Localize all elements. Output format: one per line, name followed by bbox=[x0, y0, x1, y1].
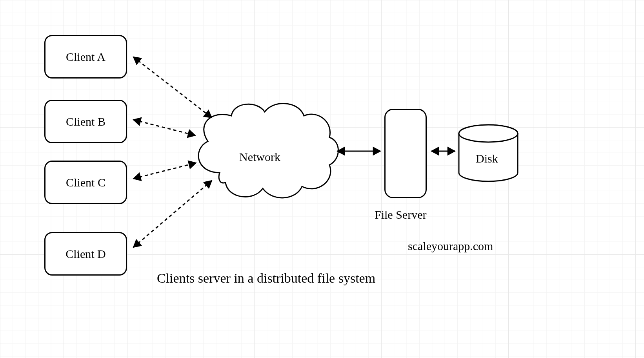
file-server-node bbox=[384, 109, 427, 198]
link-client-d-network bbox=[133, 181, 212, 247]
network-label: Network bbox=[239, 150, 280, 164]
client-c-label: Client C bbox=[66, 176, 106, 189]
file-server-label: File Server bbox=[375, 208, 426, 221]
client-d-node: Client D bbox=[44, 232, 127, 276]
watermark-text: scaleyourapp.com bbox=[408, 239, 493, 253]
client-a-node: Client A bbox=[44, 35, 127, 79]
link-client-b-network bbox=[133, 120, 195, 135]
client-b-node: Client B bbox=[44, 100, 127, 143]
link-client-a-network bbox=[133, 57, 212, 118]
diagram-caption: Clients server in a distributed file sys… bbox=[157, 271, 375, 286]
client-a-label: Client A bbox=[66, 50, 106, 64]
client-d-label: Client D bbox=[65, 247, 106, 261]
diagram-canvas: Client A Client B Client C Client D bbox=[0, 0, 644, 358]
client-b-label: Client B bbox=[66, 115, 106, 128]
svg-point-1 bbox=[459, 125, 518, 142]
svg-point-0 bbox=[459, 125, 518, 142]
client-c-node: Client C bbox=[44, 161, 127, 204]
disk-label: Disk bbox=[476, 152, 498, 165]
link-client-c-network bbox=[133, 163, 196, 179]
